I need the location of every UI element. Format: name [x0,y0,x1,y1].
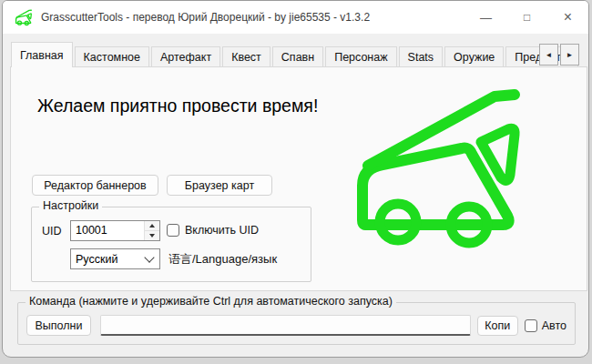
command-legend: Команда (нажмите и удерживайте Ctrl для … [26,295,396,308]
tab-квест[interactable]: Квест [222,46,270,67]
window-title: GrasscutterTools - перевод Юрий Дворецки… [41,11,465,24]
settings-groupbox: Настройки UID 10001 Включить UID Русский… [31,207,311,282]
uid-input[interactable]: 10001 [70,220,160,241]
auto-checkbox[interactable] [525,319,537,332]
arrow-down-icon [149,234,155,238]
welcome-text: Желаем приятно провести время! [37,96,318,116]
uid-increment-button[interactable] [145,221,159,231]
enable-uid-checkbox[interactable] [167,224,179,237]
settings-legend: Настройки [39,199,102,212]
tab-scrollers: ◄ ► [539,44,579,66]
tab-page-main: Желаем приятно провести время! Редактор … [10,66,587,291]
tab-stats[interactable]: Stats [399,46,444,67]
title-bar: GrasscutterTools - перевод Юрий Дворецки… [3,1,588,34]
tab-strip: ГлавнаяКастомноеАртефактКвестСпавнПерсон… [11,43,537,67]
language-selected-value: Русский [71,253,146,266]
close-button[interactable]: × [547,1,588,34]
command-groupbox: Команда (нажмите и удерживайте Ctrl для … [17,302,576,345]
tab-спавн[interactable]: Спавн [272,46,323,67]
tab-scroll-right-button[interactable]: ► [560,44,579,66]
language-caption: 语言/Language/язык [168,251,277,268]
uid-spinner [144,221,159,240]
tab-оружие[interactable]: Оружие [444,46,504,67]
grasscutter-car-logo [356,84,522,257]
auto-label[interactable]: Авто [542,319,566,332]
tab-scroll-left-button[interactable]: ◄ [539,44,558,66]
command-input[interactable] [100,315,471,336]
command-row: Выполни Копи Авто [26,315,566,336]
maximize-button[interactable]: □ [506,1,547,34]
copy-command-button[interactable]: Копи [477,316,518,336]
language-select[interactable]: Русский [70,248,160,269]
uid-label: UID [42,225,62,238]
minimize-button[interactable]: — [465,1,506,34]
app-logo-icon [14,9,34,26]
app-window: GrasscutterTools - перевод Юрий Дворецки… [2,0,589,358]
enable-uid-label[interactable]: Включить UID [185,224,259,237]
tab-артефакт[interactable]: Артефакт [151,46,220,67]
arrow-up-icon [149,224,155,228]
uid-value[interactable]: 10001 [71,221,144,240]
tab-кастомное[interactable]: Кастомное [75,46,149,67]
chevron-down-icon [144,252,154,262]
map-browser-button[interactable]: Браузер карт [167,175,272,196]
uid-decrement-button[interactable] [145,231,159,240]
tab-персонаж[interactable]: Персонаж [325,46,396,67]
tab-главная[interactable]: Главная [11,42,73,67]
banner-editor-button[interactable]: Редактор баннеров [32,175,158,196]
run-command-button[interactable]: Выполни [26,315,91,336]
